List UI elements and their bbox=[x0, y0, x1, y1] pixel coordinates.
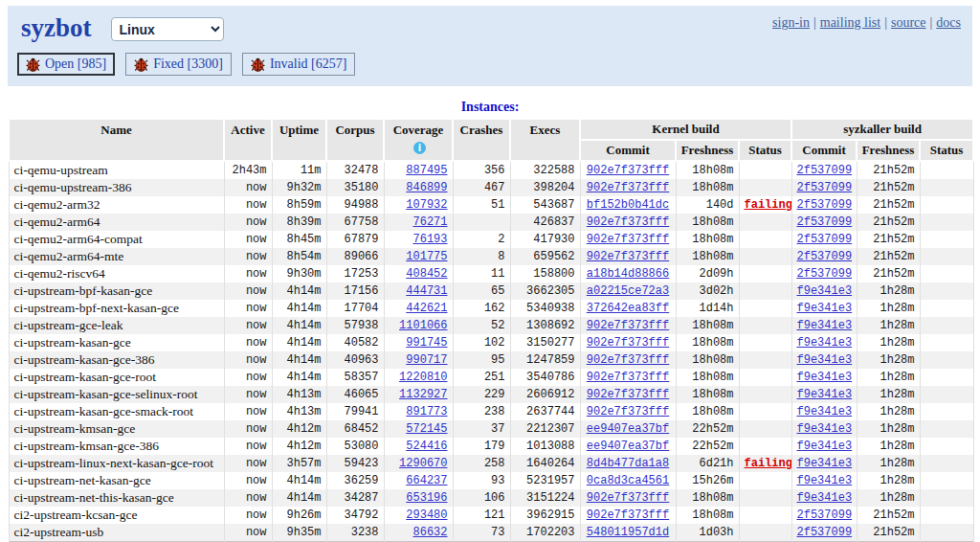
coverage-link[interactable]: 653196 bbox=[406, 491, 447, 505]
kernel-commit-cell: 902e7f373fff bbox=[580, 386, 676, 403]
kernel-commit-link[interactable]: 902e7f373fff bbox=[587, 491, 669, 505]
syzkaller-freshness-cell: 1h28m bbox=[857, 489, 920, 507]
coverage-link[interactable]: 891773 bbox=[406, 405, 447, 418]
coverage-link[interactable]: 1290670 bbox=[399, 457, 447, 470]
kernel-commit-link[interactable]: 902e7f373fff bbox=[587, 353, 669, 367]
syzkaller-commit-link[interactable]: f9e341e3 bbox=[797, 491, 853, 505]
syzkaller-commit-link[interactable]: f9e341e3 bbox=[797, 405, 853, 418]
syzkaller-commit-link[interactable]: 2f537099 bbox=[797, 250, 853, 263]
kernel-commit-link[interactable]: 902e7f373fff bbox=[587, 233, 669, 246]
kernel-commit-link[interactable]: 902e7f373fff bbox=[587, 319, 669, 332]
syzkaller-commit-link[interactable]: 2f537099 bbox=[797, 508, 853, 522]
nav-link-mailing-list[interactable]: mailing list bbox=[820, 15, 880, 30]
crashes-cell: 251 bbox=[453, 369, 510, 386]
kernel-commit-link[interactable]: ee9407ea37bf bbox=[587, 440, 669, 453]
nav-link-sign-in[interactable]: sign-in bbox=[772, 15, 810, 30]
coverage-link[interactable]: 1220810 bbox=[399, 371, 447, 384]
coverage-link[interactable]: 990717 bbox=[406, 353, 447, 367]
syzkaller-commit-link[interactable]: 2f537099 bbox=[797, 267, 853, 281]
kernel-commit-cell: ee9407ea37bf bbox=[580, 420, 676, 438]
site-title-link[interactable]: syzbot bbox=[21, 13, 92, 42]
nav-link-docs[interactable]: docs bbox=[936, 15, 961, 30]
kernel-commit-link[interactable]: a02215ce72a3 bbox=[587, 284, 669, 298]
syzkaller-commit-link[interactable]: 2f537099 bbox=[797, 164, 853, 177]
syzkaller-commit-cell: 2f537099 bbox=[791, 524, 857, 542]
kernel-status-cell bbox=[739, 369, 791, 386]
kernel-commit-link[interactable]: bf152b0b41dc bbox=[587, 198, 669, 212]
namespace-select[interactable]: Linux bbox=[111, 17, 224, 41]
instance-row: ci-upstream-kasan-gce-smack-rootnow4h13m… bbox=[9, 403, 973, 420]
execs-cell: 1702203 bbox=[510, 524, 580, 542]
info-icon[interactable]: i bbox=[413, 142, 426, 154]
instances-caption: Instances: bbox=[0, 100, 980, 115]
uptime-cell: 9h26m bbox=[272, 507, 326, 524]
syzkaller-commit-link[interactable]: f9e341e3 bbox=[797, 371, 853, 384]
coverage-link[interactable]: 1101066 bbox=[399, 319, 447, 332]
kernel-commit-link[interactable]: 902e7f373fff bbox=[587, 215, 669, 229]
syzkaller-commit-link[interactable]: 2f537099 bbox=[797, 233, 853, 246]
kernel-commit-link[interactable]: 0ca8d3ca4561 bbox=[587, 474, 669, 487]
kernel-commit-link[interactable]: 372642ea83ff bbox=[587, 302, 669, 315]
kernel-freshness-cell: 22h52m bbox=[676, 438, 739, 455]
kernel-commit-link[interactable]: ee9407ea37bf bbox=[587, 422, 669, 436]
kernel-status-link[interactable]: failing bbox=[745, 198, 792, 212]
execs-cell: 1247859 bbox=[510, 351, 580, 369]
syzkaller-commit-link[interactable]: 2f537099 bbox=[797, 526, 853, 539]
coverage-link[interactable]: 442621 bbox=[406, 302, 447, 315]
syzkaller-commit-link[interactable]: f9e341e3 bbox=[797, 388, 853, 401]
kernel-commit-link[interactable]: 902e7f373fff bbox=[587, 164, 669, 177]
kernel-commit-link[interactable]: 902e7f373fff bbox=[587, 508, 669, 522]
syzkaller-commit-link[interactable]: 2f537099 bbox=[797, 215, 853, 229]
kernel-freshness-cell: 2d09h bbox=[676, 265, 739, 282]
syzkaller-commit-link[interactable]: f9e341e3 bbox=[797, 336, 853, 350]
coverage-link[interactable]: 76271 bbox=[412, 215, 447, 229]
syzkaller-status-cell bbox=[920, 438, 973, 455]
coverage-link[interactable]: 76193 bbox=[412, 233, 447, 246]
coverage-link[interactable]: 101775 bbox=[406, 250, 447, 263]
coverage-link[interactable]: 887495 bbox=[406, 164, 447, 177]
syzkaller-commit-link[interactable]: f9e341e3 bbox=[797, 422, 853, 436]
fixed-bugs-button[interactable]: Fixed [3300] bbox=[125, 53, 232, 76]
coverage-link[interactable]: 572145 bbox=[406, 422, 447, 436]
kernel-commit-link[interactable]: 902e7f373fff bbox=[587, 405, 669, 418]
col-header-syzkaller-freshness: Freshness bbox=[857, 140, 920, 161]
syzkaller-commit-link[interactable]: f9e341e3 bbox=[797, 284, 853, 298]
invalid-bugs-button[interactable]: Invalid [6257] bbox=[242, 53, 355, 76]
coverage-link[interactable]: 1132927 bbox=[399, 388, 447, 401]
kernel-commit-cell: 0ca8d3ca4561 bbox=[580, 472, 676, 489]
coverage-link[interactable]: 664237 bbox=[406, 474, 447, 487]
kernel-commit-link[interactable]: 902e7f373fff bbox=[587, 388, 669, 401]
coverage-link[interactable]: 86632 bbox=[412, 526, 447, 539]
open-bugs-button[interactable]: Open [985] bbox=[17, 53, 115, 76]
coverage-link[interactable]: 991745 bbox=[406, 336, 447, 350]
kernel-commit-link[interactable]: 8d4b477da1a8 bbox=[587, 457, 669, 470]
syzkaller-commit-link[interactable]: f9e341e3 bbox=[797, 302, 853, 315]
coverage-link[interactable]: 408452 bbox=[406, 267, 447, 281]
kernel-commit-link[interactable]: 902e7f373fff bbox=[587, 250, 669, 263]
kernel-status-link[interactable]: failing bbox=[745, 457, 792, 470]
execs-cell: 1640264 bbox=[510, 455, 580, 472]
kernel-commit-link[interactable]: 548011957d1d bbox=[587, 526, 669, 539]
coverage-link[interactable]: 293480 bbox=[406, 508, 447, 522]
kernel-commit-link[interactable]: a18b14d88866 bbox=[587, 267, 669, 281]
kernel-commit-link[interactable]: 902e7f373fff bbox=[587, 336, 669, 350]
uptime-cell: 11m bbox=[272, 161, 326, 179]
kernel-commit-cell: 8d4b477da1a8 bbox=[580, 455, 676, 472]
nav-link-source[interactable]: source bbox=[891, 15, 926, 30]
group-header-syzkaller-build: syzkaller build bbox=[791, 119, 973, 140]
syzkaller-commit-link[interactable]: f9e341e3 bbox=[797, 474, 853, 487]
kernel-commit-link[interactable]: 902e7f373fff bbox=[587, 181, 669, 194]
kernel-commit-link[interactable]: 902e7f373fff bbox=[587, 371, 669, 384]
coverage-link[interactable]: 444731 bbox=[406, 284, 447, 298]
instance-name-cell: ci2-upstream-usb bbox=[9, 524, 224, 542]
syzkaller-commit-link[interactable]: f9e341e3 bbox=[797, 440, 853, 453]
coverage-link[interactable]: 846899 bbox=[406, 181, 447, 194]
syzkaller-commit-link[interactable]: f9e341e3 bbox=[797, 457, 853, 470]
syzkaller-commit-link[interactable]: 2f537099 bbox=[797, 198, 853, 212]
coverage-link[interactable]: 107932 bbox=[406, 198, 447, 212]
syzkaller-commit-link[interactable]: 2f537099 bbox=[797, 181, 853, 194]
coverage-link[interactable]: 524416 bbox=[406, 440, 447, 453]
corpus-cell: 53080 bbox=[326, 438, 384, 455]
syzkaller-commit-link[interactable]: f9e341e3 bbox=[797, 319, 853, 332]
syzkaller-commit-link[interactable]: f9e341e3 bbox=[797, 353, 853, 367]
